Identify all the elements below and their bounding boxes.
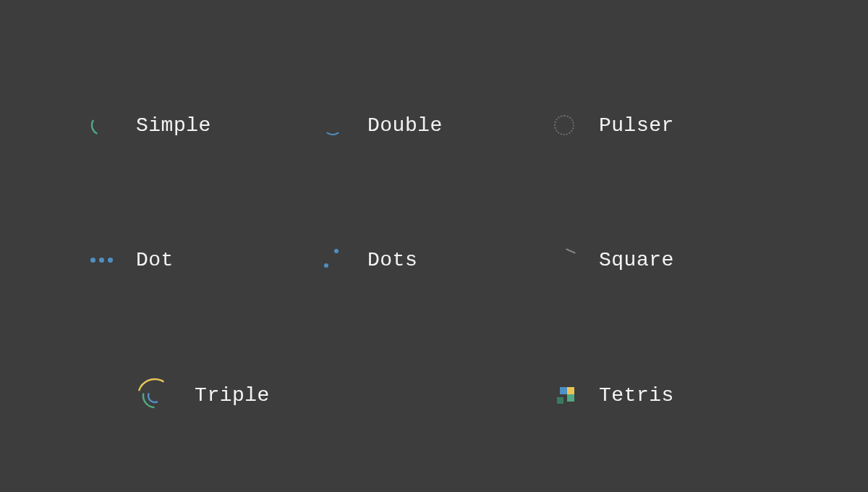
spinner-label: Simple — [136, 114, 211, 137]
spinner-item-dot[interactable]: Dot — [87, 193, 318, 328]
spinner-label: Square — [599, 249, 674, 271]
spinner-item-dots[interactable]: Dots — [318, 193, 550, 328]
spinner-item-triple[interactable]: Triple — [87, 328, 318, 463]
square-spinner-icon — [550, 246, 579, 275]
spinner-label: Dot — [136, 249, 174, 271]
spacer — [318, 328, 550, 463]
spinner-label: Triple — [195, 384, 270, 407]
svg-point-2 — [135, 376, 174, 415]
simple-spinner-icon — [87, 111, 116, 140]
spinner-item-tetris[interactable]: Tetris — [550, 328, 781, 463]
triple-spinner-icon — [135, 376, 174, 415]
spinner-item-square[interactable]: Square — [550, 193, 781, 328]
spinner-label: Tetris — [599, 384, 674, 407]
pulser-spinner-icon — [550, 111, 579, 140]
svg-point-0 — [88, 113, 114, 139]
double-spinner-icon — [318, 111, 347, 140]
tetris-spinner-icon — [550, 381, 579, 410]
svg-point-4 — [147, 387, 163, 404]
spinner-item-pulser[interactable]: Pulser — [550, 58, 781, 193]
dots-spinner-icon — [318, 246, 347, 275]
spinner-item-double[interactable]: Double — [318, 58, 550, 193]
svg-point-3 — [142, 383, 168, 408]
spinner-label: Dots — [367, 249, 417, 271]
svg-point-1 — [320, 112, 346, 138]
spinner-label: Pulser — [599, 114, 674, 137]
spinner-gallery: Simple Double Pulser Dot Dots Square — [0, 0, 868, 492]
spinner-item-simple[interactable]: Simple — [87, 58, 318, 193]
dot-spinner-icon — [87, 246, 116, 275]
spinner-label: Double — [367, 114, 443, 137]
